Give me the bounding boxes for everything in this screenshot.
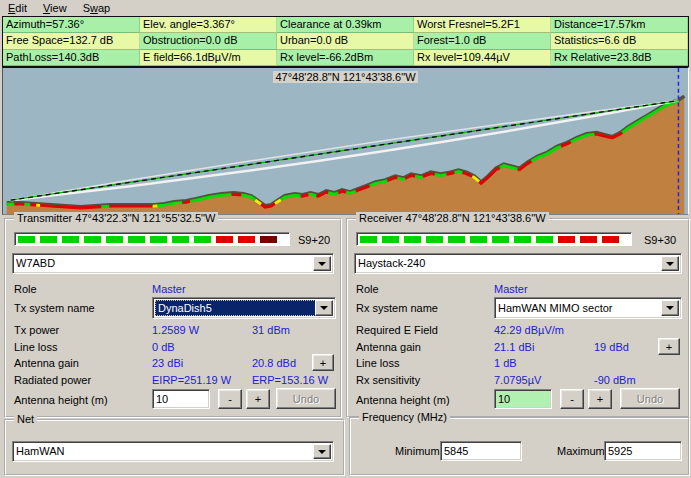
status-free-space: Free Space=132.7 dB bbox=[3, 33, 140, 49]
rx-antenna-gain-dbi: 21.1 dBi bbox=[494, 341, 534, 353]
rx-antenna-gain-label: Antenna gain bbox=[356, 341, 421, 353]
rx-sensitivity-uv: 7.0795µV bbox=[494, 374, 541, 386]
tx-radiated-power-label: Radiated power bbox=[14, 374, 91, 386]
terrain-profile-chart[interactable]: 47°48'28.8"N 121°43'38.6"W bbox=[2, 67, 689, 215]
status-obstruction: Obstruction=0.0 dB bbox=[140, 33, 277, 49]
rx-role-label: Role bbox=[356, 283, 379, 295]
status-rx-level-uv: Rx level=109.44µV bbox=[414, 50, 551, 66]
tx-system-dropdown-button[interactable] bbox=[315, 300, 333, 316]
tx-antenna-height-label: Antenna height (m) bbox=[14, 394, 108, 406]
status-urban: Urban=0.0 dB bbox=[277, 33, 414, 49]
tx-antenna-height-input[interactable] bbox=[152, 389, 210, 409]
net-value: HamWAN bbox=[16, 445, 313, 457]
tx-undo-button[interactable]: Undo bbox=[276, 388, 336, 409]
rx-height-minus-button[interactable]: - bbox=[560, 389, 584, 409]
tx-station-value: W7ABD bbox=[16, 257, 313, 269]
rx-line-loss-label: Line loss bbox=[356, 357, 399, 369]
menu-bar: Edit View Swap bbox=[0, 0, 691, 16]
net-combobox[interactable]: HamWAN bbox=[12, 441, 334, 462]
rx-height-plus-button[interactable]: + bbox=[588, 389, 612, 409]
tx-power-watts: 1.2589 W bbox=[152, 324, 199, 336]
status-forest: Forest=1.0 dB bbox=[414, 33, 551, 49]
chevron-down-icon bbox=[318, 450, 326, 458]
frequency-minimum-input[interactable] bbox=[440, 441, 522, 461]
tx-role-value: Master bbox=[152, 283, 186, 295]
rx-signal-meter bbox=[356, 232, 632, 246]
tx-antenna-gain-dbd: 20.8 dBd bbox=[252, 357, 296, 369]
rf-link-window: Edit View Swap Azimuth=57.36° Elev. angl… bbox=[0, 0, 691, 478]
status-distance: Distance=17.57km bbox=[551, 17, 688, 33]
terrain-svg[interactable] bbox=[3, 68, 688, 214]
status-statistics: Statistics=6.6 dB bbox=[551, 33, 688, 49]
frequency-minimum-label: Minimum bbox=[395, 445, 440, 457]
status-azimuth: Azimuth=57.36° bbox=[3, 17, 140, 33]
rx-system-combobox[interactable]: HamWAN MIMO sector bbox=[494, 297, 682, 319]
menu-view[interactable]: View bbox=[35, 1, 75, 16]
rx-system-value: HamWAN MIMO sector bbox=[498, 302, 661, 314]
tx-height-minus-button[interactable]: - bbox=[218, 389, 242, 409]
tx-signal-strength: S9+20 bbox=[298, 234, 330, 246]
status-rx-level-dbm: Rx level=-66.2dBm bbox=[277, 50, 414, 66]
tx-eirp-value: EIRP=251.19 W bbox=[152, 374, 231, 386]
status-rx-relative: Rx Relative=23.8dB bbox=[551, 50, 688, 66]
chevron-down-icon bbox=[320, 306, 328, 314]
tx-line-loss-label: Line loss bbox=[14, 341, 57, 353]
status-worst-fresnel: Worst Fresnel=5.2F1 bbox=[414, 17, 551, 33]
tx-system-label: Tx system name bbox=[14, 302, 95, 314]
frequency-title: Frequency (MHz) bbox=[359, 411, 450, 423]
receiver-panel: Receiver 47°48'28.8"N 121°43'38.6"W S9+3… bbox=[346, 218, 690, 418]
rx-undo-button[interactable]: Undo bbox=[620, 388, 680, 409]
frequency-panel: Frequency (MHz) Minimum Maximum bbox=[349, 417, 690, 476]
tx-power-dbm: 31 dBm bbox=[252, 324, 290, 336]
net-dropdown-button[interactable] bbox=[313, 444, 331, 459]
status-clearance: Clearance at 0.39km bbox=[277, 17, 414, 33]
frequency-maximum-label: Maximum bbox=[557, 445, 605, 457]
tx-antenna-gain-dbi: 23 dBi bbox=[152, 357, 183, 369]
tx-station-combobox[interactable]: W7ABD bbox=[12, 253, 334, 274]
chevron-down-icon bbox=[666, 262, 674, 270]
net-panel: Net HamWAN bbox=[4, 419, 345, 476]
rx-system-dropdown-button[interactable] bbox=[661, 300, 679, 316]
rx-line-loss-value: 1 dB bbox=[494, 357, 517, 369]
rx-antenna-gain-dbd: 19 dBd bbox=[594, 341, 629, 353]
rx-sensitivity-label: Rx sensitivity bbox=[356, 374, 420, 386]
tx-signal-meter bbox=[14, 232, 290, 246]
tx-system-value: DynaDish5 bbox=[155, 300, 316, 316]
rx-signal-strength: S9+30 bbox=[644, 234, 676, 246]
rx-station-value: Haystack-240 bbox=[358, 257, 661, 269]
frequency-maximum-input[interactable] bbox=[604, 441, 682, 461]
tx-height-plus-button[interactable]: + bbox=[246, 389, 270, 409]
rx-sensitivity-dbm: -90 dBm bbox=[594, 374, 636, 386]
rx-antenna-gain-plus-button[interactable]: + bbox=[658, 338, 680, 355]
tx-line-loss-value: 0 dB bbox=[152, 341, 175, 353]
tx-station-dropdown-button[interactable] bbox=[313, 256, 331, 271]
rx-required-e-field-value: 42.29 dBµV/m bbox=[494, 324, 564, 336]
tx-antenna-gain-label: Antenna gain bbox=[14, 357, 79, 369]
rx-station-dropdown-button[interactable] bbox=[661, 256, 679, 271]
menu-swap[interactable]: Swap bbox=[75, 1, 119, 16]
chevron-down-icon bbox=[318, 262, 326, 270]
tx-power-label: Tx power bbox=[14, 324, 59, 336]
rx-antenna-height-input[interactable] bbox=[494, 389, 552, 409]
tx-erp-value: ERP=153.16 W bbox=[252, 374, 328, 386]
net-title: Net bbox=[14, 413, 37, 425]
receiver-title: Receiver 47°48'28.8"N 121°43'38.6"W bbox=[356, 212, 549, 224]
tx-antenna-gain-plus-button[interactable]: + bbox=[312, 354, 334, 371]
rx-required-e-field-label: Required E Field bbox=[356, 324, 438, 336]
tx-system-combobox[interactable]: DynaDish5 bbox=[152, 297, 336, 319]
status-pathloss: PathLoss=140.3dB bbox=[3, 50, 140, 66]
status-e-field: E field=66.1dBµV/m bbox=[140, 50, 277, 66]
rx-antenna-height-label: Antenna height (m) bbox=[356, 394, 450, 406]
transmitter-title: Transmitter 47°43'22.3"N 121°55'32.5"W bbox=[14, 212, 218, 224]
link-status-grid: Azimuth=57.36° Elev. angle=3.367° Cleara… bbox=[2, 16, 689, 67]
transmitter-panel: Transmitter 47°43'22.3"N 121°55'32.5"W S… bbox=[4, 218, 342, 418]
rx-station-combobox[interactable]: Haystack-240 bbox=[354, 253, 682, 274]
chevron-down-icon bbox=[666, 306, 674, 314]
rx-system-label: Rx system name bbox=[356, 302, 438, 314]
status-elev-angle: Elev. angle=3.367° bbox=[140, 17, 277, 33]
menu-edit[interactable]: Edit bbox=[0, 1, 35, 16]
rx-role-value: Master bbox=[494, 283, 528, 295]
tx-role-label: Role bbox=[14, 283, 37, 295]
